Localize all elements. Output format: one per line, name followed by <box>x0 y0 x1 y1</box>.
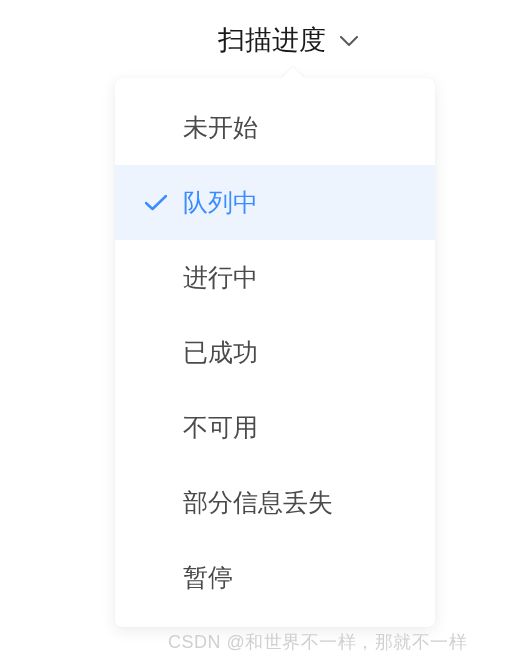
dropdown-item-label: 暂停 <box>183 561 233 594</box>
dropdown-item-label: 已成功 <box>183 336 258 369</box>
dropdown-item-queued[interactable]: 队列中 <box>115 165 435 240</box>
dropdown-item-unavailable[interactable]: 不可用 <box>115 390 435 465</box>
dropdown-panel: 未开始 队列中 进行中 已成功 不可用 部分信息丢失 暂停 <box>115 78 435 627</box>
dropdown-item-partial-loss[interactable]: 部分信息丢失 <box>115 465 435 540</box>
dropdown-item-label: 队列中 <box>183 186 258 219</box>
dropdown-item-label: 进行中 <box>183 261 258 294</box>
dropdown-trigger[interactable]: 扫描进度 <box>218 22 358 58</box>
watermark: CSDN @和世界不一样，那就不一样 <box>168 630 467 654</box>
dropdown-item-success[interactable]: 已成功 <box>115 315 435 390</box>
dropdown-item-label: 未开始 <box>183 111 258 144</box>
dropdown-item-in-progress[interactable]: 进行中 <box>115 240 435 315</box>
check-icon <box>145 195 167 211</box>
dropdown-item-not-started[interactable]: 未开始 <box>115 90 435 165</box>
dropdown-item-label: 不可用 <box>183 411 258 444</box>
dropdown-trigger-label: 扫描进度 <box>218 22 326 58</box>
dropdown-item-paused[interactable]: 暂停 <box>115 540 435 615</box>
dropdown-item-label: 部分信息丢失 <box>183 486 333 519</box>
chevron-down-icon <box>340 36 358 47</box>
